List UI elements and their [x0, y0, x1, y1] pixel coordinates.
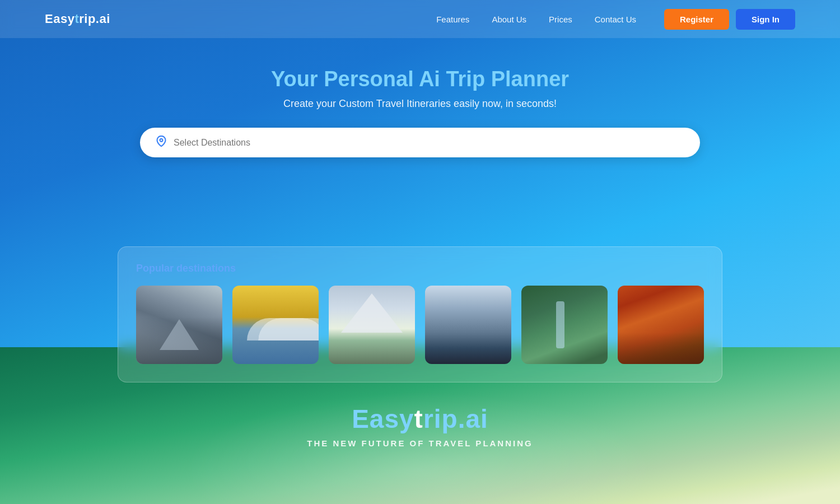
nav-links: Features About Us Prices Contact Us	[436, 15, 636, 24]
svg-point-0	[160, 139, 163, 142]
nav-about[interactable]: About Us	[492, 15, 526, 24]
dest-card-paris[interactable]	[136, 286, 222, 364]
nav-features[interactable]: Features	[436, 15, 469, 24]
nav-contact[interactable]: Contact Us	[595, 15, 636, 24]
register-button[interactable]: Register	[664, 9, 729, 30]
navbar: Easytrip.ai Features About Us Prices Con…	[0, 0, 840, 38]
brand-section: Easytrip.ai THE NEW FUTURE OF TRAVEL PLA…	[0, 404, 840, 448]
logo[interactable]: Easytrip.ai	[45, 12, 110, 26]
nav-actions: Register Sign In	[664, 9, 795, 30]
destinations-grid	[136, 286, 704, 364]
dest-card-sydney[interactable]	[232, 286, 319, 364]
destinations-title: Popular destinations	[136, 263, 704, 274]
search-input[interactable]	[174, 138, 684, 148]
search-bar[interactable]	[140, 128, 700, 157]
hero-subtitle: Create your Custom Travel Itineraries ea…	[283, 98, 557, 110]
hero-title: Your Personal Ai Trip Planner	[271, 67, 569, 91]
dest-card-newyork[interactable]	[425, 286, 511, 364]
location-icon	[156, 136, 167, 150]
brand-subtitle: THE NEW FUTURE OF TRAVEL PLANNING	[307, 438, 533, 448]
hero-section: Your Personal Ai Trip Planner Create you…	[0, 67, 840, 157]
signin-button[interactable]: Sign In	[736, 9, 795, 30]
brand-title: Easytrip.ai	[352, 404, 488, 434]
dest-card-japan[interactable]	[329, 286, 415, 364]
nav-prices[interactable]: Prices	[549, 15, 572, 24]
dest-card-waterfall[interactable]	[521, 286, 608, 364]
destinations-section: Popular destinations	[118, 246, 722, 382]
page-wrapper: Easytrip.ai Features About Us Prices Con…	[0, 0, 840, 504]
dest-card-canyon[interactable]	[618, 286, 704, 364]
